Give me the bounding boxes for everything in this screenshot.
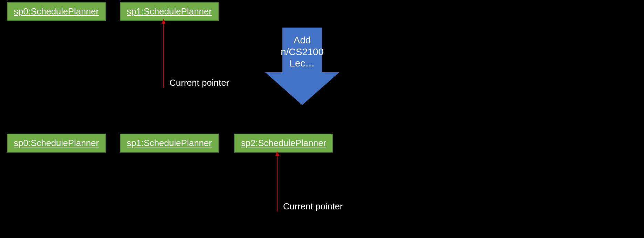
current-pointer-label-top: Current pointer (169, 77, 229, 88)
uml-object-sp0-bottom: sp0:SchedulePlanner (7, 134, 106, 153)
current-pointer-arrow-top (160, 19, 167, 88)
current-pointer-arrow-bottom (274, 151, 281, 211)
current-pointer-label-bottom: Current pointer (283, 201, 343, 212)
svg-marker-3 (275, 151, 279, 156)
svg-marker-1 (162, 19, 166, 24)
uml-object-sp1-top: sp1:SchedulePlanner (120, 2, 219, 21)
uml-object-sp0-top: sp0:SchedulePlanner (7, 2, 106, 21)
add-command-text: Add n/CS2100 Lec… (277, 34, 327, 69)
uml-object-sp1-bottom: sp1:SchedulePlanner (120, 134, 219, 153)
uml-object-sp2-bottom: sp2:SchedulePlanner (234, 134, 333, 153)
